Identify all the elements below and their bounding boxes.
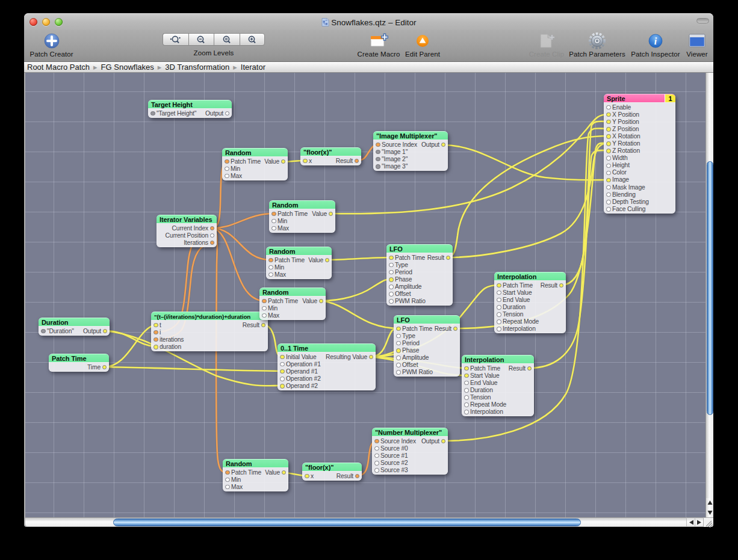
svg-text:i: i bbox=[654, 36, 657, 46]
